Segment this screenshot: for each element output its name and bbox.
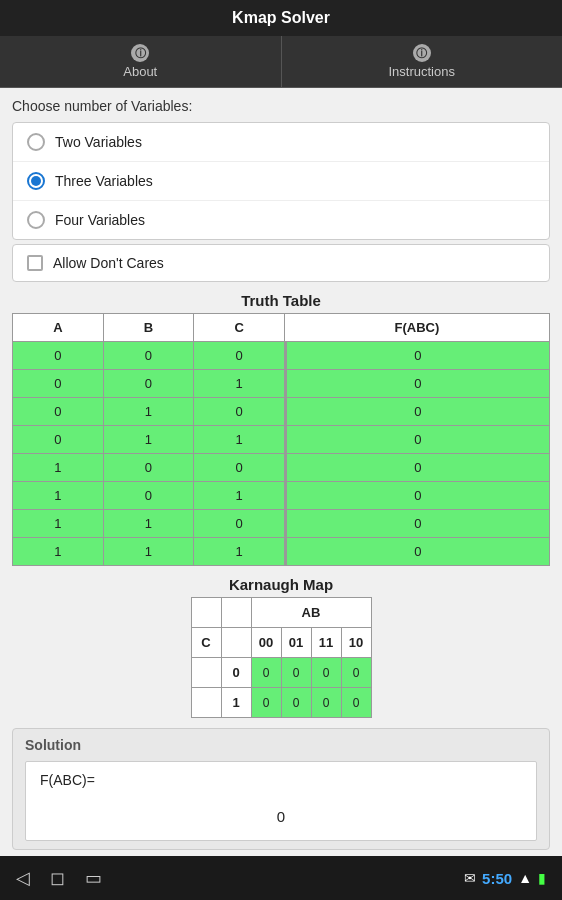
table-cell: 1 bbox=[13, 454, 104, 482]
table-cell: 1 bbox=[194, 538, 285, 566]
solution-body: F(ABC)= 0 bbox=[25, 761, 537, 841]
kmap-corner-blank bbox=[221, 598, 251, 628]
scroll-area: Choose number of Variables: Two Variable… bbox=[0, 88, 562, 856]
recents-icon[interactable]: ▭ bbox=[85, 867, 102, 889]
email-icon: ✉ bbox=[464, 870, 476, 886]
option-three-variables[interactable]: Three Variables bbox=[13, 162, 549, 201]
table-cell: 1 bbox=[103, 510, 194, 538]
table-cell: 1 bbox=[103, 426, 194, 454]
home-icon[interactable]: ◻ bbox=[50, 867, 65, 889]
choose-label: Choose number of Variables: bbox=[12, 98, 550, 114]
kmap-cell-td[interactable]: 0 bbox=[341, 688, 371, 718]
table-row: 1110 bbox=[13, 538, 550, 566]
kmap-row-side-label bbox=[191, 688, 221, 718]
option-two-variables[interactable]: Two Variables bbox=[13, 123, 549, 162]
kmap-row-label: 1 bbox=[221, 688, 251, 718]
table-cell: 1 bbox=[103, 398, 194, 426]
table-cell: 0 bbox=[103, 370, 194, 398]
kmap-cell-td[interactable]: 0 bbox=[311, 688, 341, 718]
truth-table: A B C F(ABC) 000000100100011010001010110… bbox=[12, 313, 550, 566]
kmap-cell-td[interactable]: 0 bbox=[311, 658, 341, 688]
kmap-blank-header bbox=[221, 628, 251, 658]
kmap-cell-td[interactable]: 0 bbox=[281, 658, 311, 688]
radio-three bbox=[27, 172, 45, 190]
kmap-section: Karnaugh Map AB C 00 01 11 10 000001000 bbox=[12, 576, 550, 718]
instructions-info-icon: ⓘ bbox=[413, 44, 431, 62]
col-header-c: C bbox=[194, 314, 285, 342]
kmap-ch-11: 11 bbox=[311, 628, 341, 658]
kmap-body: 0000010000 bbox=[191, 658, 371, 718]
table-row: 0000 bbox=[13, 342, 550, 370]
table-cell[interactable]: 0 bbox=[284, 342, 549, 370]
tab-about-label: About bbox=[123, 64, 157, 79]
table-cell[interactable]: 0 bbox=[284, 370, 549, 398]
table-cell: 1 bbox=[103, 538, 194, 566]
nav-icons: ◁ ◻ ▭ bbox=[16, 867, 102, 889]
table-cell: 0 bbox=[194, 454, 285, 482]
back-icon[interactable]: ◁ bbox=[16, 867, 30, 889]
table-cell[interactable]: 0 bbox=[284, 538, 549, 566]
clock: 5:50 bbox=[482, 870, 512, 887]
bottom-bar: ◁ ◻ ▭ ✉ 5:50 ▲ ▮ bbox=[0, 856, 562, 900]
table-cell: 0 bbox=[194, 398, 285, 426]
col-header-a: A bbox=[13, 314, 104, 342]
kmap-row-label: 0 bbox=[221, 658, 251, 688]
table-cell: 1 bbox=[194, 426, 285, 454]
checkbox-dont-cares bbox=[27, 255, 43, 271]
table-cell: 1 bbox=[194, 482, 285, 510]
kmap-row: 10000 bbox=[191, 688, 371, 718]
solution-section: Solution F(ABC)= 0 bbox=[12, 728, 550, 850]
solution-value: 0 bbox=[40, 808, 522, 825]
dont-cares-option[interactable]: Allow Don't Cares bbox=[12, 244, 550, 282]
kmap-col-label: AB bbox=[251, 598, 371, 628]
table-cell[interactable]: 0 bbox=[284, 510, 549, 538]
kmap-cell-td[interactable]: 0 bbox=[251, 658, 281, 688]
dont-cares-label: Allow Don't Cares bbox=[53, 255, 164, 271]
table-cell[interactable]: 0 bbox=[284, 426, 549, 454]
table-cell[interactable]: 0 bbox=[284, 454, 549, 482]
table-cell: 0 bbox=[13, 370, 104, 398]
table-cell: 1 bbox=[13, 510, 104, 538]
table-row: 1000 bbox=[13, 454, 550, 482]
kmap-cell-td[interactable]: 0 bbox=[341, 658, 371, 688]
kmap-table: AB C 00 01 11 10 0000010000 bbox=[191, 597, 372, 718]
table-cell: 0 bbox=[103, 482, 194, 510]
solution-func-label: F(ABC)= bbox=[40, 772, 522, 788]
app-title: Kmap Solver bbox=[232, 9, 330, 26]
tab-about[interactable]: ⓘ About bbox=[0, 36, 282, 87]
solution-title: Solution bbox=[25, 737, 537, 753]
table-cell: 1 bbox=[194, 370, 285, 398]
truth-table-section: Truth Table A B C F(ABC) 000000100100011… bbox=[12, 292, 550, 566]
option-four-variables[interactable]: Four Variables bbox=[13, 201, 549, 239]
kmap-corner-tl bbox=[191, 598, 221, 628]
table-row: 1100 bbox=[13, 510, 550, 538]
table-cell: 1 bbox=[13, 482, 104, 510]
col-header-fabc: F(ABC) bbox=[284, 314, 549, 342]
battery-icon: ▮ bbox=[538, 870, 546, 886]
variable-options-box: Two Variables Three Variables Four Varia… bbox=[12, 122, 550, 240]
table-cell: 1 bbox=[13, 538, 104, 566]
table-cell: 0 bbox=[13, 426, 104, 454]
table-cell[interactable]: 0 bbox=[284, 482, 549, 510]
about-info-icon: ⓘ bbox=[131, 44, 149, 62]
col-header-b: B bbox=[103, 314, 194, 342]
table-row: 1010 bbox=[13, 482, 550, 510]
table-cell[interactable]: 0 bbox=[284, 398, 549, 426]
option-three-label: Three Variables bbox=[55, 173, 153, 189]
kmap-title: Karnaugh Map bbox=[229, 576, 333, 593]
kmap-ch-00: 00 bbox=[251, 628, 281, 658]
kmap-row-label-header: C bbox=[191, 628, 221, 658]
wifi-icon: ▲ bbox=[518, 870, 532, 886]
table-cell: 0 bbox=[13, 398, 104, 426]
kmap-cell-td[interactable]: 0 bbox=[281, 688, 311, 718]
table-cell: 0 bbox=[103, 342, 194, 370]
option-four-label: Four Variables bbox=[55, 212, 145, 228]
choose-variables-section: Choose number of Variables: Two Variable… bbox=[12, 98, 550, 282]
kmap-cell-td[interactable]: 0 bbox=[251, 688, 281, 718]
tab-instructions[interactable]: ⓘ Instructions bbox=[282, 36, 563, 87]
table-cell: 0 bbox=[103, 454, 194, 482]
table-cell: 0 bbox=[13, 342, 104, 370]
status-icons: ✉ 5:50 ▲ ▮ bbox=[464, 870, 546, 887]
kmap-ch-10: 10 bbox=[341, 628, 371, 658]
title-bar: Kmap Solver bbox=[0, 0, 562, 36]
